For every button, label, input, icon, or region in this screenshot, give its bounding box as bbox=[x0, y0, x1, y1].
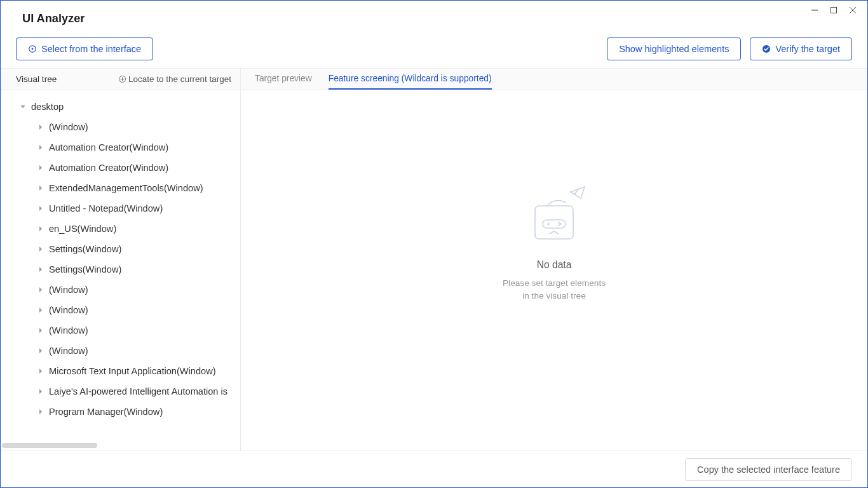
tree-node[interactable]: (Window) bbox=[1, 117, 240, 137]
chevron-right-icon[interactable] bbox=[36, 348, 45, 353]
verify-target-button[interactable]: Verify the target bbox=[750, 37, 852, 60]
close-button[interactable] bbox=[843, 1, 862, 20]
tree-node-desktop[interactable]: desktop bbox=[1, 97, 240, 117]
tree-node-label: (Window) bbox=[49, 122, 88, 132]
empty-title: No data bbox=[537, 259, 572, 271]
footer: Copy the selected interface feature bbox=[1, 451, 867, 487]
select-from-interface-label: Select from the interface bbox=[41, 38, 141, 60]
minimize-icon bbox=[811, 7, 818, 13]
chevron-right-icon[interactable] bbox=[36, 125, 45, 130]
show-highlighted-label: Show highlighted elements bbox=[619, 38, 729, 60]
tree-node[interactable]: (Window) bbox=[1, 320, 240, 341]
horizontal-scrollbar[interactable] bbox=[2, 443, 97, 448]
chevron-right-icon[interactable] bbox=[36, 369, 45, 374]
chevron-right-icon[interactable] bbox=[36, 389, 45, 394]
show-highlighted-button[interactable]: Show highlighted elements bbox=[607, 37, 741, 60]
chevron-right-icon[interactable] bbox=[36, 308, 45, 313]
chevron-right-icon[interactable] bbox=[36, 267, 45, 272]
empty-subtitle: Please set target elements in the visual… bbox=[503, 277, 606, 302]
visual-tree-pane: Visual tree Locate to the current target… bbox=[1, 69, 241, 451]
tree-node-label: (Window) bbox=[49, 325, 88, 336]
check-circle-icon bbox=[762, 44, 771, 53]
tab-target-preview[interactable]: Target preview bbox=[255, 74, 312, 90]
chevron-down-icon[interactable] bbox=[18, 104, 27, 109]
tree-node-label: Settings(Window) bbox=[49, 244, 121, 254]
tree-node[interactable]: ExtendedManagementTools(Window) bbox=[1, 178, 240, 198]
svg-rect-1 bbox=[831, 8, 837, 13]
chevron-right-icon[interactable] bbox=[36, 206, 45, 211]
tree-node[interactable]: en_US(Window) bbox=[1, 219, 240, 239]
tree-node[interactable]: Automation Creator(Window) bbox=[1, 158, 240, 178]
copy-interface-feature-label: Copy the selected interface feature bbox=[697, 459, 840, 480]
locate-to-target-button[interactable]: Locate to the current target bbox=[118, 74, 231, 84]
tree-node-label: Microsoft Text Input Application(Window) bbox=[49, 366, 216, 376]
maximize-button[interactable] bbox=[824, 1, 843, 20]
tree-node[interactable]: (Window) bbox=[1, 300, 240, 320]
chevron-right-icon[interactable] bbox=[36, 186, 45, 191]
tree-node-label: desktop bbox=[31, 102, 64, 112]
titlebar: UI Analyzer bbox=[1, 1, 867, 26]
tree-node-label: ExtendedManagementTools(Window) bbox=[49, 183, 203, 193]
toolbar-right: Show highlighted elements Verify the tar… bbox=[607, 37, 852, 60]
tree-node-label: Untitled - Notepad(Window) bbox=[49, 203, 163, 214]
verify-target-label: Verify the target bbox=[775, 38, 840, 60]
crosshair-icon bbox=[28, 44, 37, 53]
close-icon bbox=[850, 7, 856, 13]
svg-point-11 bbox=[548, 224, 549, 225]
detail-pane: Target preview Feature screening (Wildca… bbox=[241, 69, 867, 451]
tree-node[interactable]: Settings(Window) bbox=[1, 259, 240, 280]
tree-node[interactable]: Untitled - Notepad(Window) bbox=[1, 198, 240, 219]
title-area: UI Analyzer bbox=[1, 1, 85, 25]
tree-node[interactable]: Automation Creator(Window) bbox=[1, 137, 240, 158]
tree-node[interactable]: Laiye's AI-powered Intelligent Automatio… bbox=[1, 381, 240, 402]
empty-state: No data Please set target elements in th… bbox=[241, 90, 867, 451]
tab-feature-screening[interactable]: Feature screening (Wildcard is supported… bbox=[329, 74, 492, 90]
tree-node-label: Automation Creator(Window) bbox=[49, 163, 168, 173]
locate-icon bbox=[118, 75, 126, 83]
svg-point-5 bbox=[32, 48, 34, 50]
tree-wrap: desktop(Window)Automation Creator(Window… bbox=[1, 90, 240, 451]
visual-tree[interactable]: desktop(Window)Automation Creator(Window… bbox=[1, 97, 240, 422]
tree-node-label: (Window) bbox=[49, 285, 88, 295]
tree-node[interactable]: Program Manager(Window) bbox=[1, 402, 240, 422]
chevron-right-icon[interactable] bbox=[36, 145, 45, 150]
tree-node[interactable]: Microsoft Text Input Application(Window) bbox=[1, 361, 240, 381]
toolbar: Select from the interface Show highlight… bbox=[1, 32, 867, 68]
chevron-right-icon[interactable] bbox=[36, 226, 45, 231]
visual-tree-header: Visual tree Locate to the current target bbox=[1, 69, 240, 90]
tree-node[interactable]: Settings(Window) bbox=[1, 239, 240, 259]
tree-node-label: (Window) bbox=[49, 305, 88, 315]
tree-node-label: (Window) bbox=[49, 346, 88, 356]
window-root: UI Analyzer Select from the interface Sh… bbox=[0, 0, 868, 488]
minimize-button[interactable] bbox=[805, 1, 824, 20]
app-title: UI Analyzer bbox=[22, 12, 85, 25]
chevron-right-icon[interactable] bbox=[36, 328, 45, 333]
window-controls bbox=[805, 1, 867, 20]
copy-interface-feature-button[interactable]: Copy the selected interface feature bbox=[685, 458, 852, 481]
visual-tree-title: Visual tree bbox=[16, 74, 57, 84]
chevron-right-icon[interactable] bbox=[36, 287, 45, 292]
svg-rect-10 bbox=[543, 220, 566, 228]
tree-node-label: Program Manager(Window) bbox=[49, 407, 163, 417]
tree-node-label: Laiye's AI-powered Intelligent Automatio… bbox=[49, 386, 227, 396]
chevron-right-icon[interactable] bbox=[36, 165, 45, 170]
empty-illustration-icon bbox=[516, 184, 592, 248]
select-from-interface-button[interactable]: Select from the interface bbox=[16, 37, 153, 60]
tree-node-label: Settings(Window) bbox=[49, 264, 121, 274]
maximize-icon bbox=[831, 7, 837, 13]
chevron-right-icon[interactable] bbox=[36, 409, 45, 414]
tree-node[interactable]: (Window) bbox=[1, 280, 240, 300]
tree-node[interactable]: (Window) bbox=[1, 341, 240, 361]
chevron-right-icon[interactable] bbox=[36, 247, 45, 252]
tabs: Target preview Feature screening (Wildca… bbox=[241, 69, 867, 90]
locate-to-target-label: Locate to the current target bbox=[128, 74, 231, 84]
tree-node-label: en_US(Window) bbox=[49, 224, 116, 234]
tree-node-label: Automation Creator(Window) bbox=[49, 142, 168, 152]
panes: Visual tree Locate to the current target… bbox=[1, 68, 867, 451]
